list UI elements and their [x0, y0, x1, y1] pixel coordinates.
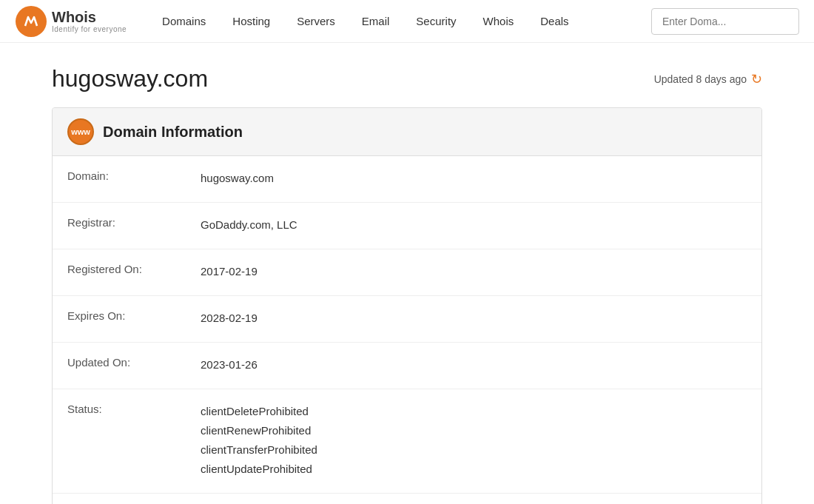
row-value: 2017-02-19: [201, 263, 258, 282]
updated-label: Updated 8 days ago: [654, 73, 747, 85]
table-row: Updated On:2023-01-26: [53, 343, 761, 389]
row-label: Registrar:: [67, 216, 201, 229]
nav-item-email[interactable]: Email: [349, 0, 403, 43]
nav-item-deals[interactable]: Deals: [527, 0, 582, 43]
table-row: Name Servers:houston.ns.cloudflare.comlu…: [53, 494, 761, 504]
table-row: Status:clientDeleteProhibitedclientRenew…: [53, 389, 761, 494]
card-rows: Domain:hugosway.comRegistrar:GoDaddy.com…: [53, 156, 761, 504]
domain-title: hugosway.com: [52, 65, 208, 93]
table-row: Registered On:2017-02-19: [53, 249, 761, 296]
domain-header: hugosway.com Updated 8 days ago ↻: [52, 65, 762, 93]
www-badge: www: [67, 118, 94, 145]
logo-link[interactable]: Whois Identify for everyone: [15, 5, 127, 38]
row-value: 2028-02-19: [201, 309, 258, 329]
nav-item-domains[interactable]: Domains: [149, 0, 219, 43]
table-row: Expires On:2028-02-19: [53, 296, 761, 343]
table-row: Domain:hugosway.com: [53, 156, 761, 203]
row-label: Registered On:: [67, 263, 201, 275]
nav-item-servers[interactable]: Servers: [283, 0, 349, 43]
nav-links: Domains Hosting Servers Email Security W…: [149, 0, 651, 43]
row-label: Status:: [67, 403, 201, 415]
nav-item-hosting[interactable]: Hosting: [219, 0, 283, 43]
row-value: hugosway.com: [201, 169, 274, 189]
refresh-icon[interactable]: ↻: [751, 71, 762, 87]
logo-text: Whois Identify for everyone: [52, 9, 127, 33]
table-row: Registrar:GoDaddy.com, LLC: [53, 203, 761, 249]
search-input[interactable]: [651, 8, 799, 35]
card-title: Domain Information: [103, 124, 243, 141]
nav-item-security[interactable]: Security: [403, 0, 469, 43]
row-value: GoDaddy.com, LLC: [201, 216, 297, 235]
logo-icon: [15, 5, 47, 38]
main-content: hugosway.com Updated 8 days ago ↻ www Do…: [37, 65, 777, 504]
updated-info: Updated 8 days ago ↻: [654, 71, 762, 87]
navbar: Whois Identify for everyone Domains Host…: [0, 0, 814, 43]
row-label: Updated On:: [67, 356, 201, 369]
row-label: Domain:: [67, 169, 201, 182]
info-card: www Domain Information Domain:hugosway.c…: [52, 107, 762, 504]
row-label: Expires On:: [67, 309, 201, 322]
row-value: clientDeleteProhibitedclientRenewProhibi…: [201, 403, 317, 480]
row-value: 2023-01-26: [201, 356, 258, 375]
nav-item-whois[interactable]: Whois: [470, 0, 528, 43]
card-header: www Domain Information: [53, 108, 761, 156]
